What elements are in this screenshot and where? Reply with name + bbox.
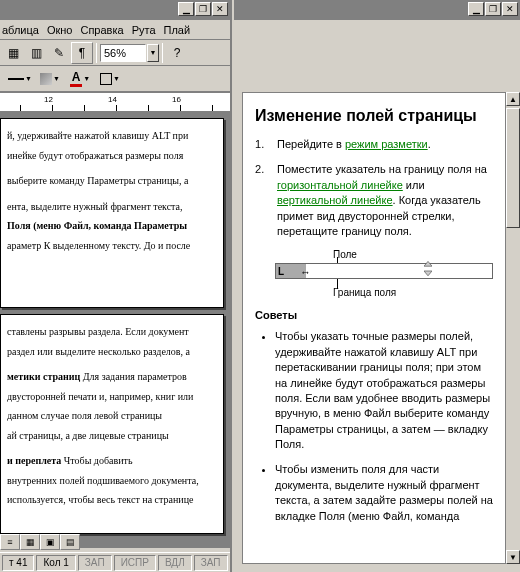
doc-text: й, удерживайте нажатой клавишу ALT при bbox=[7, 129, 215, 143]
diagram-label-field: Поле bbox=[333, 249, 357, 260]
ruler-diagram: Поле L ↔ Граница поля bbox=[275, 249, 493, 299]
print-layout-icon[interactable]: ▣ bbox=[40, 534, 60, 550]
minimize-button[interactable]: ▁ bbox=[178, 2, 194, 16]
border-picker[interactable]: ▼ bbox=[96, 69, 124, 89]
doc-text: внутренних полей подшиваемого документа, bbox=[7, 474, 215, 488]
tables-icon[interactable]: ▦ bbox=[2, 42, 24, 64]
help-text: или bbox=[403, 179, 425, 191]
ruler-tick-label: 16 bbox=[172, 95, 181, 104]
resize-arrow-icon: ↔ bbox=[300, 266, 311, 278]
doc-text-bold: Поля (меню Файл, команда Параметры bbox=[7, 220, 187, 231]
zoom-input[interactable]: 56% bbox=[100, 44, 146, 62]
view-mode-buttons: ≡ ▦ ▣ ▤ bbox=[0, 534, 80, 552]
horizontal-ruler-link[interactable]: горизонтальной линейке bbox=[277, 179, 403, 191]
doc-text: Чтобы добавить bbox=[61, 455, 132, 466]
status-bar: т 41 Кол 1 ЗАП ИСПР ВДЛ ЗАП bbox=[0, 552, 230, 572]
help-content: Изменение полей страницы Перейдите в реж… bbox=[242, 92, 506, 564]
tips-heading: Советы bbox=[255, 309, 493, 321]
menu-help[interactable]: Справка bbox=[80, 24, 123, 36]
doc-text: ставлены разрывы раздела. Если документ bbox=[7, 325, 215, 339]
web-view-icon[interactable]: ▦ bbox=[20, 534, 40, 550]
doc-text: ай страницы, а две лицевые страницы bbox=[7, 429, 215, 443]
line-style-picker[interactable]: ▼ bbox=[6, 69, 34, 89]
menu-play[interactable]: Плай bbox=[164, 24, 191, 36]
font-color-picker[interactable]: A▼ bbox=[66, 69, 94, 89]
scroll-down-icon[interactable]: ▼ bbox=[506, 550, 520, 564]
tab-marker-icon: L bbox=[278, 266, 284, 277]
document-page[interactable]: ставлены разрывы раздела. Если документ … bbox=[0, 314, 224, 534]
doc-text: Для задания параметров bbox=[80, 371, 186, 382]
columns-icon[interactable]: ▥ bbox=[25, 42, 47, 64]
doc-text: раздел или выделите несколько разделов, … bbox=[7, 345, 215, 359]
doc-text: используется, чтобы весь текст на страни… bbox=[7, 493, 215, 507]
menubar: аблица Окно Справка Рута Плай bbox=[0, 20, 230, 40]
help-scrollbar[interactable]: ▲ ▼ bbox=[506, 92, 520, 564]
toolbar-standard: ▦ ▥ ✎ ¶ 56% ▼ ? bbox=[0, 40, 230, 66]
help-step: Поместите указатель на границу поля на г… bbox=[255, 162, 493, 239]
help-title: Изменение полей страницы bbox=[255, 107, 493, 125]
status-rec[interactable]: ЗАП bbox=[78, 555, 112, 571]
status-ovr[interactable]: ЗАП bbox=[194, 555, 228, 571]
status-line: т 41 bbox=[2, 555, 34, 571]
help-icon[interactable]: ? bbox=[166, 42, 188, 64]
close-button[interactable]: ✕ bbox=[212, 2, 228, 16]
doc-text: двусторонней печати и, например, книг ил… bbox=[7, 390, 215, 404]
help-text: Перейдите в bbox=[277, 138, 345, 150]
help-text: Поместите указатель на границу поля на bbox=[277, 163, 487, 175]
svg-marker-1 bbox=[424, 271, 432, 276]
doc-text-bold: и переплета bbox=[7, 455, 61, 466]
doc-text: выберите команду Параметры страницы, а bbox=[7, 174, 215, 188]
status-ext[interactable]: ВДЛ bbox=[158, 555, 192, 571]
help-text: . bbox=[428, 138, 431, 150]
layout-mode-link[interactable]: режим разметки bbox=[345, 138, 428, 150]
ruler-tick-label: 12 bbox=[44, 95, 53, 104]
maximize-button[interactable]: ❐ bbox=[195, 2, 211, 16]
scroll-thumb[interactable] bbox=[506, 108, 520, 228]
ruler-tick-label: 14 bbox=[108, 95, 117, 104]
status-trk[interactable]: ИСПР bbox=[114, 555, 156, 571]
svg-marker-0 bbox=[424, 262, 432, 267]
indent-marker-icon bbox=[424, 261, 432, 281]
menu-table[interactable]: аблица bbox=[2, 24, 39, 36]
document-area: й, удерживайте нажатой клавишу ALT при и… bbox=[0, 112, 230, 548]
vertical-ruler-link[interactable]: вертикальной линейке bbox=[277, 194, 393, 206]
doc-text: данном случае поля левой страницы bbox=[7, 409, 215, 423]
help-step: Перейдите в режим разметки. bbox=[255, 137, 493, 152]
tip-item: Чтобы указать точные размеры полей, удер… bbox=[275, 329, 493, 452]
tip-item: Чтобы изменить поля для части документа,… bbox=[275, 462, 493, 524]
highlight-picker[interactable]: ▼ bbox=[36, 69, 64, 89]
toolbar-formatting: ▼ ▼ A▼ ▼ bbox=[0, 66, 230, 92]
document-page[interactable]: й, удерживайте нажатой клавишу ALT при и… bbox=[0, 118, 224, 308]
zoom-value: 56% bbox=[104, 47, 126, 59]
help-minimize-button[interactable]: ▁ bbox=[468, 2, 484, 16]
menu-window[interactable]: Окно bbox=[47, 24, 73, 36]
drawing-icon[interactable]: ✎ bbox=[48, 42, 70, 64]
diagram-label-boundary: Граница поля bbox=[333, 287, 396, 298]
doc-text: араметр К выделенному тексту. До и после bbox=[7, 239, 215, 253]
status-col: Кол 1 bbox=[36, 555, 75, 571]
doc-text: ента, выделите нужный фрагмент текста, bbox=[7, 200, 215, 214]
doc-text-bold: метики страниц bbox=[7, 371, 80, 382]
horizontal-ruler[interactable]: 12 14 16 bbox=[0, 92, 230, 112]
zoom-dropdown[interactable]: ▼ bbox=[147, 44, 159, 62]
scroll-up-icon[interactable]: ▲ bbox=[506, 92, 520, 106]
help-close-button[interactable]: ✕ bbox=[502, 2, 518, 16]
doc-text: инейке будут отображаться размеры поля bbox=[7, 149, 215, 163]
show-formatting-icon[interactable]: ¶ bbox=[71, 42, 93, 64]
help-maximize-button[interactable]: ❐ bbox=[485, 2, 501, 16]
normal-view-icon[interactable]: ≡ bbox=[0, 534, 20, 550]
outline-view-icon[interactable]: ▤ bbox=[60, 534, 80, 550]
menu-ruta[interactable]: Рута bbox=[132, 24, 156, 36]
